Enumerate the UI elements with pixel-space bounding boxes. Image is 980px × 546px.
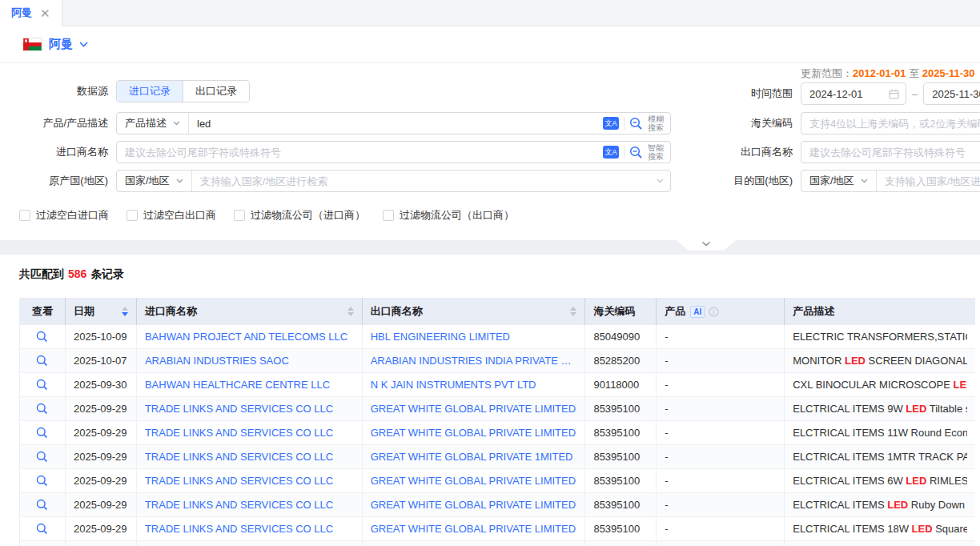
importer-link[interactable]: ARABIAN INDUSTRIES SAOC — [145, 355, 289, 367]
description-cell: ELECTRIC TRANSFORMERS,STATIC C... — [785, 325, 975, 349]
view-record-icon[interactable] — [36, 379, 48, 391]
checkbox-icon[interactable] — [383, 210, 394, 221]
view-record-icon[interactable] — [36, 331, 48, 343]
exporter-link[interactable]: GREAT WHITE GLOBAL PRIVATE LIMITED — [371, 499, 576, 511]
description-cell: MONITOR LED SCREEN DIAGONAL S... — [785, 349, 975, 373]
chevron-down-icon[interactable] — [657, 179, 664, 183]
product-type-select[interactable]: 产品描述 — [117, 113, 189, 134]
view-cell — [20, 517, 66, 541]
divider — [624, 146, 625, 159]
description-cell: ELCTRICAL ITEMS 18W LED Square E... — [785, 517, 975, 541]
importer-link[interactable]: TRADE LINKS AND SERVICES CO LLC — [145, 499, 333, 511]
view-cell — [20, 373, 66, 397]
col-header-date[interactable]: 日期 — [66, 298, 137, 325]
view-record-icon[interactable] — [36, 523, 48, 535]
col-header-importer[interactable]: 进口商名称 — [137, 298, 363, 325]
importer-link[interactable]: TRADE LINKS AND SERVICES CO LLC — [145, 403, 333, 415]
update-range: 更新范围：2012-01-01 至 2025-11-30 — [801, 66, 975, 81]
origin-country-input[interactable] — [192, 171, 650, 191]
origin-country-select[interactable]: 国家/地区 — [117, 171, 192, 191]
product-search-input[interactable] — [189, 114, 596, 133]
hs-code-input[interactable] — [801, 114, 980, 133]
view-record-icon[interactable] — [36, 475, 48, 487]
importer-link[interactable]: TRADE LINKS AND SERVICES CO LLC — [145, 523, 333, 535]
info-icon[interactable] — [709, 307, 719, 317]
description-cell: ELCTRICAL ITEMS LED Ruby Down Li... — [785, 493, 975, 517]
view-record-icon[interactable] — [36, 451, 48, 463]
importer-link[interactable]: TRADE LINKS AND SERVICES CO LLC — [145, 475, 333, 487]
scrollbar-track[interactable] — [975, 298, 980, 546]
collapse-panel-handle[interactable] — [677, 240, 736, 251]
importer-link[interactable]: TRADE LINKS AND SERVICES CO LLC — [145, 427, 333, 439]
date-cell: 2025-09-30 — [66, 373, 137, 397]
importer-link[interactable]: BAHWAN PROJECT AND TELECOMS LLC — [145, 331, 347, 343]
importer-cell: TRADE LINKS AND SERVICES CO LLC — [137, 517, 363, 541]
filter-checkbox[interactable]: 过滤物流公司（进口商） — [234, 208, 365, 223]
checkbox-icon[interactable] — [234, 210, 245, 221]
hs-code-group — [801, 112, 980, 134]
exporter-link[interactable]: N K JAIN INSTRUMENTS PVT LTD — [371, 379, 536, 391]
panel-gap — [0, 240, 980, 255]
exporter-link[interactable]: HBL ENGINEERING LIMITED — [371, 331, 510, 343]
exporter-link[interactable]: GREAT WHITE GLOBAL PRIVATE LIMITED — [371, 403, 576, 415]
result-count-number: 586 — [68, 267, 86, 280]
date-cell: 2025-10-07 — [66, 349, 137, 373]
view-record-icon[interactable] — [36, 355, 48, 367]
exporter-link[interactable]: GREAT WHITE GLOBAL PRIVATE LIMITED — [371, 427, 576, 439]
view-record-icon[interactable] — [36, 427, 48, 439]
destination-select[interactable]: 国家/地区 — [801, 171, 877, 191]
smart-search-button[interactable]: 智能 搜索 — [648, 143, 664, 161]
filter-checkbox[interactable]: 过滤空白进口商 — [19, 208, 109, 223]
translate-icon[interactable]: 文A — [603, 117, 619, 130]
importer-cell: TRADE LINKS AND SERVICES CO LLC — [137, 397, 363, 421]
col-header-product: 产品 AI — [657, 298, 785, 325]
importer-cell: TRADE LINKS AND SERVICES CO LLC — [137, 445, 363, 469]
country-selector[interactable]: 阿曼 — [49, 37, 73, 52]
import-records-tab[interactable]: 进口记录 — [117, 81, 183, 102]
importer-link[interactable]: TRADE LINKS AND SERVICES CO LLC — [145, 451, 333, 463]
filter-checkbox[interactable]: 过滤空白出口商 — [127, 208, 216, 223]
export-records-tab[interactable]: 出口记录 — [183, 81, 249, 102]
importer-name-input[interactable] — [117, 143, 596, 162]
hs-code-cell — [585, 541, 657, 546]
chevron-down-icon[interactable] — [79, 42, 88, 47]
col-header-exporter[interactable]: 出口商名称 — [363, 298, 586, 325]
checkbox-icon[interactable] — [127, 210, 138, 221]
checkbox-icon[interactable] — [19, 210, 30, 221]
start-date-picker[interactable] — [801, 82, 906, 105]
exporter-cell: N K JAIN INSTRUMENTS PVT LTD — [363, 373, 586, 397]
view-record-icon[interactable] — [36, 499, 48, 511]
origin-country-group: 国家/地区 — [116, 170, 671, 192]
tab-oman[interactable]: 阿曼 ✕ — [0, 0, 62, 26]
exporter-link[interactable]: GREAT WHITE GLOBAL PRIVATE 1MITED — [371, 451, 573, 463]
hs-code-cell: 85049090 — [585, 325, 657, 349]
date-cell: 2025-09-29 — [66, 469, 137, 493]
start-date-input[interactable] — [809, 84, 884, 103]
destination-input[interactable] — [877, 171, 980, 191]
description-cell: ELCTRICAL ITEMS 11W Round Econo... — [785, 421, 975, 445]
description-cell — [785, 541, 975, 546]
end-date-input[interactable] — [932, 84, 980, 103]
results-panel: 共匹配到586条记录 查看 日期 进口商名称 出口商名称 海关编码 产品 AI — [0, 255, 980, 546]
tab-bar: 阿曼 ✕ — [0, 0, 980, 26]
exporter-cell — [363, 541, 586, 546]
records-table: 查看 日期 进口商名称 出口商名称 海关编码 产品 AI — [19, 298, 975, 546]
view-cell — [20, 421, 66, 445]
product-cell: - — [657, 325, 785, 349]
smart-search-icon[interactable] — [629, 146, 643, 159]
exporter-name-input[interactable] — [801, 143, 980, 162]
exporter-link[interactable]: GREAT WHITE GLOBAL PRIVATE LIMITED — [371, 523, 576, 535]
fuzzy-search-button[interactable]: 模糊 搜索 — [648, 114, 664, 132]
close-icon[interactable]: ✕ — [40, 7, 50, 19]
exporter-link[interactable]: ARABIAN INDUSTRIES INDIA PRIVATE LIMIT..… — [371, 355, 577, 367]
exporter-link[interactable]: GREAT WHITE GLOBAL PRIVATE LIMITED — [371, 475, 576, 487]
filter-panel: 数据源 进口记录 出口记录 产品/产品描述 产品描述 文A — [0, 63, 980, 240]
view-record-icon[interactable] — [36, 403, 48, 415]
importer-link[interactable]: BAHWAN HEALTHCARE CENTRE LLC — [145, 379, 330, 391]
translate-icon[interactable]: 文A — [603, 146, 619, 159]
end-date-picker[interactable] — [923, 82, 980, 105]
fuzzy-search-icon[interactable] — [629, 117, 643, 130]
exporter-cell: GREAT WHITE GLOBAL PRIVATE 1MITED — [363, 445, 586, 469]
filter-checkbox[interactable]: 过滤物流公司（出口商） — [383, 208, 514, 223]
exporter-cell: GREAT WHITE GLOBAL PRIVATE LIMITED — [363, 493, 586, 517]
